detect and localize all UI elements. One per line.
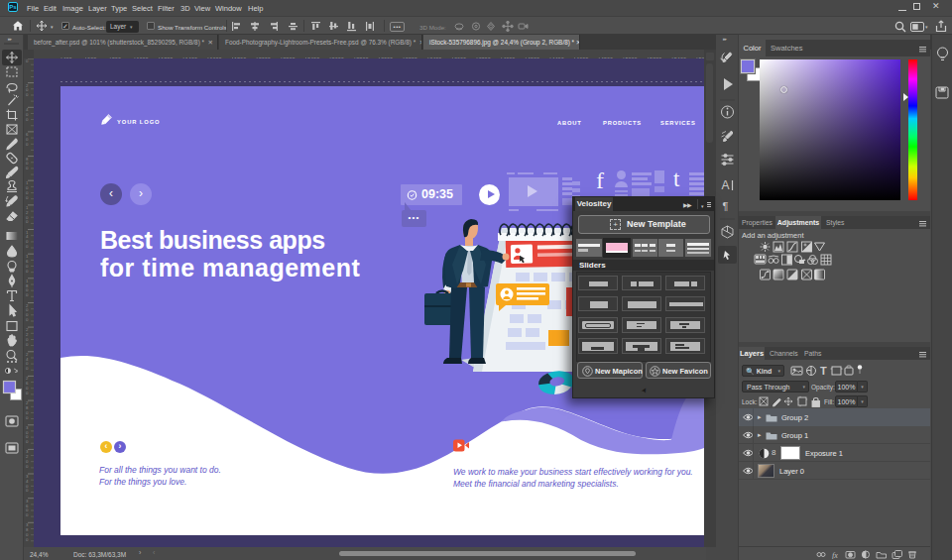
svg-text:0: 0 — [26, 195, 29, 200]
svg-text:¶: ¶ — [723, 200, 729, 212]
svg-text:0: 0 — [26, 317, 29, 322]
svg-text:0: 0 — [26, 488, 29, 493]
svg-text:0: 0 — [26, 464, 29, 469]
svg-text:0: 0 — [26, 92, 29, 97]
svg-text:0: 0 — [26, 537, 29, 542]
svg-text:fx: fx — [832, 551, 838, 560]
svg-text:0: 0 — [26, 512, 29, 517]
svg-text:0: 0 — [26, 342, 29, 347]
svg-text:T: T — [820, 365, 827, 377]
svg-text:0: 0 — [26, 142, 29, 147]
svg-text:0: 0 — [26, 292, 29, 297]
svg-text:0: 0 — [26, 219, 29, 224]
svg-text:0: 0 — [26, 439, 29, 444]
svg-text:0: 0 — [26, 391, 29, 395]
svg-text:0: 0 — [26, 244, 29, 249]
svg-text:0: 0 — [26, 366, 29, 371]
svg-text:0: 0 — [26, 166, 29, 170]
svg-text:0: 0 — [26, 58, 29, 63]
svg-text:0: 0 — [26, 415, 29, 420]
svg-text:0: 0 — [26, 269, 29, 274]
svg-text:A: A — [722, 178, 730, 192]
svg-text:0: 0 — [26, 117, 29, 122]
